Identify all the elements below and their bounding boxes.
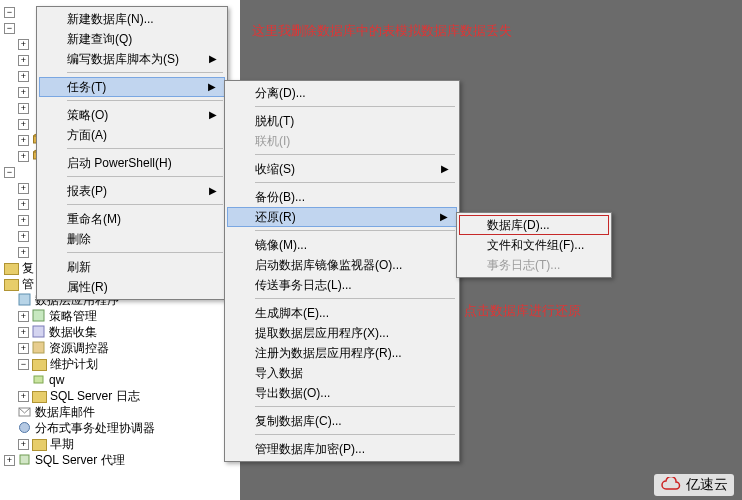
expand-icon[interactable]: + xyxy=(18,391,29,402)
context-menu-restore[interactable]: 数据库(D)...文件和文件组(F)...事务日志(T)... xyxy=(456,212,612,278)
expand-icon[interactable]: + xyxy=(18,199,29,210)
generic-icon xyxy=(32,341,46,355)
context-menu-primary[interactable]: 新建数据库(N)...新建查询(Q)编写数据库脚本为(S)▶任务(T)▶策略(O… xyxy=(36,6,228,300)
menu-tasks-item[interactable]: 导出数据(O)... xyxy=(227,383,457,403)
tree-label: qw xyxy=(49,373,64,387)
menu-primary-item[interactable]: 属性(R) xyxy=(39,277,225,297)
menu-separator xyxy=(255,298,455,300)
tree-item[interactable]: +资源调控器 xyxy=(2,340,238,356)
tree-item[interactable]: +SQL Server 日志 xyxy=(2,388,238,404)
svg-rect-5 xyxy=(33,310,44,321)
folder-icon xyxy=(4,279,19,291)
menu-label: 注册为数据层应用程序(R)... xyxy=(255,346,402,360)
menu-tasks-item[interactable]: 镜像(M)... xyxy=(227,235,457,255)
svg-rect-8 xyxy=(34,376,43,383)
svg-rect-7 xyxy=(33,342,44,353)
menu-tasks-item[interactable]: 脱机(T) xyxy=(227,111,457,131)
menu-label: 编写数据库脚本为(S) xyxy=(67,52,179,66)
menu-tasks-item[interactable]: 注册为数据层应用程序(R)... xyxy=(227,343,457,363)
expand-icon[interactable]: + xyxy=(18,119,29,130)
menu-tasks-item[interactable]: 提取数据层应用程序(X)... xyxy=(227,323,457,343)
tree-label: 数据收集 xyxy=(49,324,97,341)
menu-separator xyxy=(67,252,223,254)
tree-item[interactable]: +策略管理 xyxy=(2,308,238,324)
svg-rect-11 xyxy=(20,455,29,464)
tree-item[interactable]: −维护计划 xyxy=(2,356,238,372)
expand-icon[interactable]: + xyxy=(18,327,29,338)
generic-icon xyxy=(18,293,32,307)
expand-icon[interactable]: + xyxy=(18,311,29,322)
menu-separator xyxy=(67,204,223,206)
menu-tasks-item[interactable]: 传送事务日志(L)... xyxy=(227,275,457,295)
menu-primary-item[interactable]: 报表(P)▶ xyxy=(39,181,225,201)
expand-icon[interactable]: + xyxy=(18,151,29,162)
folder-icon xyxy=(32,359,47,371)
tree-item[interactable]: +数据收集 xyxy=(2,324,238,340)
menu-restore-item[interactable]: 文件和文件组(F)... xyxy=(459,235,609,255)
context-menu-tasks[interactable]: 分离(D)...脱机(T)联机(I)收缩(S)▶备份(B)...还原(R)▶镜像… xyxy=(224,80,460,462)
menu-primary-item[interactable]: 启动 PowerShell(H) xyxy=(39,153,225,173)
expand-icon[interactable]: + xyxy=(18,55,29,66)
menu-label: 镜像(M)... xyxy=(255,238,307,252)
menu-tasks-item[interactable]: 还原(R)▶ xyxy=(227,207,457,227)
expand-icon[interactable]: + xyxy=(18,135,29,146)
tree-item[interactable]: +早期 xyxy=(2,436,238,452)
menu-primary-item[interactable]: 任务(T)▶ xyxy=(39,77,225,97)
tree-label: 复 xyxy=(22,260,34,277)
menu-label: 收缩(S) xyxy=(255,162,295,176)
menu-primary-item[interactable]: 刷新 xyxy=(39,257,225,277)
svg-point-10 xyxy=(20,423,30,433)
menu-tasks-item[interactable]: 启动数据库镜像监视器(O)... xyxy=(227,255,457,275)
watermark-text: 亿速云 xyxy=(686,476,728,494)
submenu-arrow-icon: ▶ xyxy=(440,208,448,226)
menu-primary-item[interactable]: 新建数据库(N)... xyxy=(39,9,225,29)
tree-item[interactable]: 分布式事务处理协调器 xyxy=(2,420,238,436)
menu-label: 复制数据库(C)... xyxy=(255,414,342,428)
menu-primary-item[interactable]: 重命名(M) xyxy=(39,209,225,229)
submenu-arrow-icon: ▶ xyxy=(209,181,217,201)
collapse-icon[interactable]: − xyxy=(4,23,15,34)
expand-icon[interactable]: + xyxy=(18,439,29,450)
expand-icon[interactable]: + xyxy=(18,247,29,258)
menu-tasks-item[interactable]: 复制数据库(C)... xyxy=(227,411,457,431)
menu-separator xyxy=(255,434,455,436)
collapse-icon[interactable]: − xyxy=(4,7,15,18)
collapse-icon[interactable]: − xyxy=(18,359,29,370)
menu-label: 还原(R) xyxy=(255,210,296,224)
expand-icon[interactable]: + xyxy=(18,71,29,82)
tree-item[interactable]: +SQL Server 代理 xyxy=(2,452,238,468)
expand-icon[interactable]: + xyxy=(18,215,29,226)
menu-separator xyxy=(255,154,455,156)
generic-icon xyxy=(32,309,46,323)
expand-icon[interactable]: + xyxy=(18,87,29,98)
menu-tasks-item[interactable]: 分离(D)... xyxy=(227,83,457,103)
menu-label: 策略(O) xyxy=(67,108,108,122)
menu-label: 新建数据库(N)... xyxy=(67,12,154,26)
menu-primary-item[interactable]: 新建查询(Q) xyxy=(39,29,225,49)
menu-tasks-item[interactable]: 收缩(S)▶ xyxy=(227,159,457,179)
menu-tasks-item[interactable]: 导入数据 xyxy=(227,363,457,383)
menu-primary-item[interactable]: 删除 xyxy=(39,229,225,249)
cloud-icon xyxy=(660,477,682,493)
menu-tasks-item[interactable]: 生成脚本(E)... xyxy=(227,303,457,323)
menu-tasks-item[interactable]: 备份(B)... xyxy=(227,187,457,207)
menu-restore-item[interactable]: 数据库(D)... xyxy=(459,215,609,235)
menu-primary-item[interactable]: 策略(O)▶ xyxy=(39,105,225,125)
menu-label: 联机(I) xyxy=(255,134,290,148)
tree-label: 管 xyxy=(22,276,34,293)
collapse-icon[interactable]: − xyxy=(4,167,15,178)
menu-primary-item[interactable]: 编写数据库脚本为(S)▶ xyxy=(39,49,225,69)
expand-icon[interactable]: + xyxy=(4,455,15,466)
menu-label: 备份(B)... xyxy=(255,190,305,204)
tree-item[interactable]: qw xyxy=(2,372,238,388)
expand-icon[interactable]: + xyxy=(18,231,29,242)
expand-icon[interactable]: + xyxy=(18,103,29,114)
tree-label: 策略管理 xyxy=(49,308,97,325)
expand-icon[interactable]: + xyxy=(18,39,29,50)
expand-icon[interactable]: + xyxy=(18,343,29,354)
expand-icon[interactable]: + xyxy=(18,183,29,194)
menu-primary-item[interactable]: 方面(A) xyxy=(39,125,225,145)
menu-tasks-item: 联机(I) xyxy=(227,131,457,151)
tree-item[interactable]: 数据库邮件 xyxy=(2,404,238,420)
menu-tasks-item[interactable]: 管理数据库加密(P)... xyxy=(227,439,457,459)
